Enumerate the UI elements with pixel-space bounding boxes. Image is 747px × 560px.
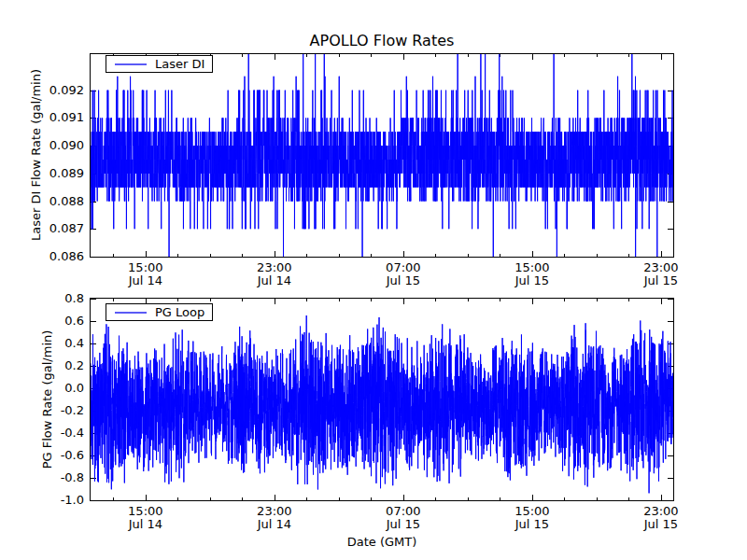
y-tick-label: 0.2	[30, 358, 84, 372]
x-tick-label: 23:00Jul 15	[622, 505, 700, 530]
axes-pg-loop	[90, 298, 674, 501]
x-tick-label: 15:00Jul 15	[493, 261, 571, 287]
y-tick-label: 0.088	[30, 194, 84, 208]
legend-pg-loop: PG Loop	[106, 303, 213, 321]
x-tick-label: 23:00Jul 14	[235, 505, 314, 530]
y-tick-label: 0.4	[30, 336, 84, 350]
y-tick-label: -0.6	[30, 448, 84, 462]
y-tick-label: -0.8	[30, 470, 84, 484]
x-tick-label: 23:00Jul 14	[235, 261, 314, 287]
legend-laser-di: Laser DI	[106, 55, 213, 73]
y-tick-label: 0.090	[30, 138, 84, 152]
x-tick-label: 23:00Jul 15	[622, 261, 700, 287]
y-tick-label: -0.4	[30, 426, 84, 440]
y-tick-label: 0.8	[30, 291, 84, 305]
y-tick-label: 0.086	[30, 249, 84, 263]
y-tick-label: 0.087	[30, 221, 84, 235]
y-tick-label: 0.089	[30, 166, 84, 180]
legend-label-pg-loop: PG Loop	[155, 305, 204, 319]
y-tick-label: -1.0	[30, 493, 84, 507]
x-tick-label: 15:00Jul 14	[106, 261, 185, 287]
y-tick-label: 0.092	[30, 83, 84, 97]
legend-label-laser-di: Laser DI	[155, 57, 204, 71]
y-tick-label: 0.6	[30, 314, 84, 328]
y-tick-label: 0.091	[30, 110, 84, 124]
plot-area-laser-di	[91, 54, 673, 257]
y-tick-label: 0.0	[30, 381, 84, 395]
legend-line-swatch-pg-loop	[115, 312, 147, 314]
legend-line-swatch-laser-di	[115, 63, 147, 65]
x-tick-label: 07:00Jul 15	[364, 261, 443, 287]
x-axis-label: Date (GMT)	[90, 535, 674, 549]
axes-laser-di	[90, 53, 674, 258]
x-tick-label: 15:00Jul 14	[106, 505, 185, 530]
figure: APOLLO Flow Rates Laser DI Flow Rate (ga…	[0, 0, 747, 560]
x-tick-label: 15:00Jul 15	[493, 505, 571, 530]
plot-area-pg-loop	[91, 299, 673, 500]
chart-title: APOLLO Flow Rates	[90, 32, 674, 49]
y-tick-label: -0.2	[30, 403, 84, 417]
x-tick-label: 07:00Jul 15	[364, 505, 443, 530]
